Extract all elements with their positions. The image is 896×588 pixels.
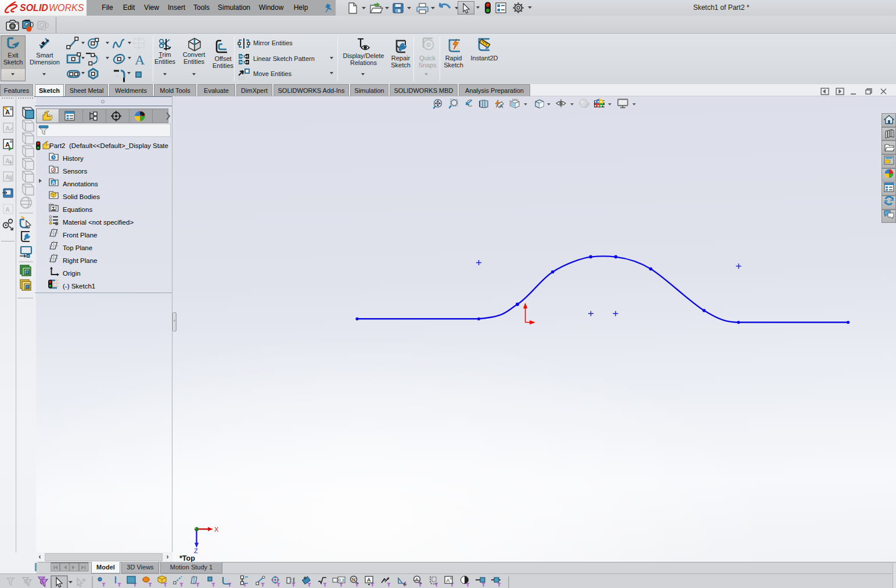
svg-text:Σ: Σ <box>52 205 56 211</box>
svg-text:A: A <box>5 206 10 213</box>
svg-text:SOLID: SOLID <box>20 3 48 13</box>
svg-text:A: A <box>447 578 450 583</box>
svg-text:X: X <box>214 526 219 533</box>
svg-text:Part2 (Default<<Default>_Disp: Part2 (Default<<Default>_Display State <box>49 142 168 149</box>
svg-text:Equations: Equations <box>63 206 92 213</box>
svg-text:Material <not specified>: Material <not specified> <box>63 219 134 226</box>
svg-text:A: A <box>52 180 55 186</box>
svg-text:0.3: 0.3 <box>339 578 344 582</box>
svg-text:(-) Sketch1: (-) Sketch1 <box>63 283 95 290</box>
svg-text:A: A <box>5 125 10 132</box>
svg-text:A: A <box>135 52 145 67</box>
svg-text:Sensors: Sensors <box>63 168 87 175</box>
svg-text:Right Plane: Right Plane <box>63 257 97 264</box>
svg-text:Top Plane: Top Plane <box>63 244 92 251</box>
svg-text:N: N <box>352 577 355 582</box>
svg-text:A: A <box>415 577 419 582</box>
svg-text:Annotations: Annotations <box>63 181 98 187</box>
svg-text:*Top: *Top <box>179 554 195 562</box>
svg-text:Front Plane: Front Plane <box>63 232 97 239</box>
svg-text:A: A <box>367 577 371 583</box>
svg-text:Z: Z <box>194 547 198 554</box>
svg-text:History: History <box>63 155 84 162</box>
svg-text:A: A <box>5 174 10 181</box>
svg-text:WORKS: WORKS <box>49 3 84 13</box>
svg-text:Origin: Origin <box>63 270 81 277</box>
svg-text:A: A <box>5 157 10 164</box>
svg-text:Solid Bodies: Solid Bodies <box>63 193 100 200</box>
